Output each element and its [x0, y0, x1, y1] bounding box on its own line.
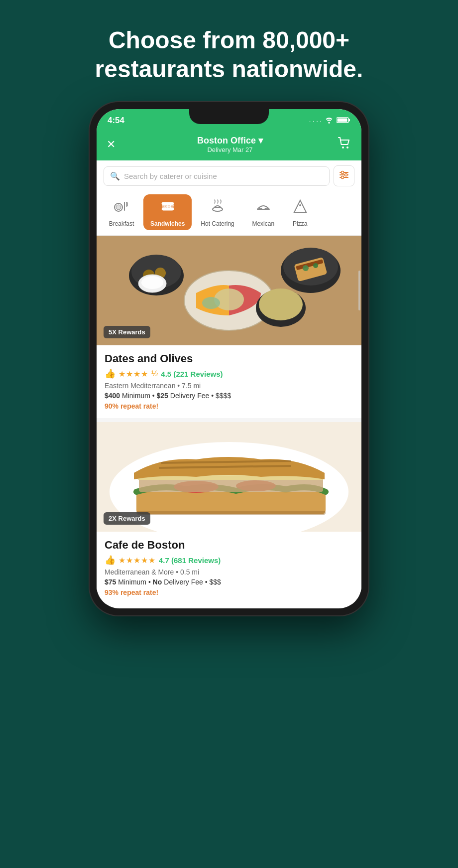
half-star-1: ½	[151, 369, 158, 378]
breakfast-label: Breakfast	[109, 220, 134, 227]
category-hot-catering[interactable]: Hot Catering	[194, 194, 241, 230]
category-pizza[interactable]: Pizza	[285, 194, 315, 230]
status-time: 4:54	[108, 116, 124, 126]
svg-rect-2	[338, 118, 347, 122]
close-button[interactable]: ✕	[107, 138, 122, 151]
search-placeholder: Search by caterer or cuisine	[124, 172, 217, 180]
svg-point-37	[303, 265, 309, 271]
rewards-badge-1: 5X Rewards	[104, 326, 150, 338]
restaurant-card-cafe-de-boston[interactable]: 2X Rewards Cafe de Boston 👍 ★★★★★ 4.7 (6…	[97, 422, 361, 604]
delivery-date: Delivery Mar 27	[197, 146, 263, 153]
svg-rect-41	[358, 271, 360, 310]
location-label: Boston Office	[197, 136, 256, 146]
repeat-rate-2: 93% repeat rate!	[105, 588, 353, 596]
repeat-rate-1: 90% repeat rate!	[105, 402, 353, 410]
svg-point-3	[342, 146, 344, 148]
category-mexican[interactable]: Mexican	[243, 194, 283, 230]
app-header: ✕ Boston Office ▾ Delivery Mar 27	[97, 130, 361, 160]
breakfast-icon	[114, 198, 129, 218]
svg-point-12	[116, 205, 121, 210]
card-meta-1: Eastern Mediterranean • 7.5 mi	[105, 382, 353, 390]
restaurant-image-cafe-de-boston: 2X Rewards	[97, 422, 361, 532]
wifi-icon	[325, 117, 334, 125]
mexican-label: Mexican	[252, 220, 274, 227]
card-pricing-1: $400 Minimum • $25 Delivery Fee • $$$$	[105, 392, 353, 400]
search-icon: 🔍	[110, 171, 120, 181]
svg-point-4	[346, 146, 348, 148]
mexican-icon	[255, 198, 271, 218]
card-meta-2: Mediterranean & More • 0.5 mi	[105, 568, 353, 576]
cart-button[interactable]	[338, 137, 351, 152]
search-section: 🔍 Search by caterer or cuisine	[97, 160, 361, 191]
category-tabs: Breakfast Sandwiches	[97, 191, 361, 236]
search-input-wrap[interactable]: 🔍 Search by caterer or cuisine	[104, 166, 330, 186]
svg-point-10	[342, 176, 344, 178]
sandwiches-label: Sandwiches	[150, 220, 185, 227]
pizza-icon	[292, 198, 308, 218]
card-rating-1: 👍 ★★★★½ 4.5 (221 Reviews)	[105, 368, 353, 379]
pizza-label: Pizza	[293, 220, 307, 227]
svg-point-25	[202, 297, 220, 309]
stars-1: ★★★★	[118, 369, 148, 379]
header-center: Boston Office ▾ Delivery Mar 27	[197, 135, 263, 153]
phone-screen: 4:54 · · · · ✕	[97, 109, 361, 608]
stars-2: ★★★★★	[118, 556, 156, 565]
category-breakfast[interactable]: Breakfast	[102, 194, 141, 230]
svg-point-18	[213, 207, 223, 211]
card-rating-2: 👍 ★★★★★ 4.7 (681 Reviews)	[105, 555, 353, 566]
rewards-badge-2: 2X Rewards	[104, 512, 150, 525]
restaurant-list: 5X Rewards Dates and Olives 👍 ★★★★½ 4.5 …	[97, 236, 361, 604]
dropdown-icon[interactable]: ▾	[258, 135, 263, 146]
svg-point-38	[313, 263, 318, 268]
card-info-cafe-de-boston: Cafe de Boston 👍 ★★★★★ 4.7 (681 Reviews)…	[97, 532, 361, 604]
card-pricing-2: $75 Minimum • No Delivery Fee • $$$	[105, 578, 353, 586]
rating-num-2: 4.7 (681 Reviews)	[159, 556, 221, 565]
svg-point-20	[299, 204, 301, 206]
svg-point-8	[342, 171, 344, 173]
restaurant-name-2: Cafe de Boston	[105, 539, 353, 552]
restaurant-name-1: Dates and Olives	[105, 352, 353, 365]
battery-icon	[337, 117, 350, 125]
restaurant-image-dates-and-olives: 5X Rewards	[97, 236, 361, 345]
category-sandwiches[interactable]: Sandwiches	[143, 194, 192, 230]
phone-notch	[189, 109, 269, 124]
status-icons: · · · ·	[309, 117, 350, 125]
filter-button[interactable]	[334, 165, 354, 186]
header-title: Boston Office ▾	[197, 135, 263, 146]
svg-point-40	[259, 289, 303, 320]
sandwiches-icon	[160, 198, 176, 218]
svg-point-32	[141, 276, 163, 289]
restaurant-card-dates-and-olives[interactable]: 5X Rewards Dates and Olives 👍 ★★★★½ 4.5 …	[97, 236, 361, 418]
svg-rect-1	[349, 119, 350, 121]
signal-icon: · · · ·	[309, 117, 322, 125]
filter-icon	[339, 170, 349, 182]
thumbs-up-icon-1: 👍	[105, 368, 115, 379]
card-info-dates-and-olives: Dates and Olives 👍 ★★★★½ 4.5 (221 Review…	[97, 345, 361, 418]
page-headline: Choose from 80,000+ restaurants nationwi…	[95, 26, 363, 83]
rating-num-1: 4.5 (221 Reviews)	[161, 370, 223, 378]
svg-rect-51	[136, 511, 326, 515]
svg-point-24	[214, 289, 244, 310]
thumbs-up-icon-2: 👍	[105, 555, 115, 566]
phone-frame: 4:54 · · · · ✕	[90, 102, 368, 615]
svg-point-9	[345, 173, 347, 176]
hot-catering-label: Hot Catering	[201, 220, 234, 227]
hot-catering-icon	[210, 198, 226, 218]
